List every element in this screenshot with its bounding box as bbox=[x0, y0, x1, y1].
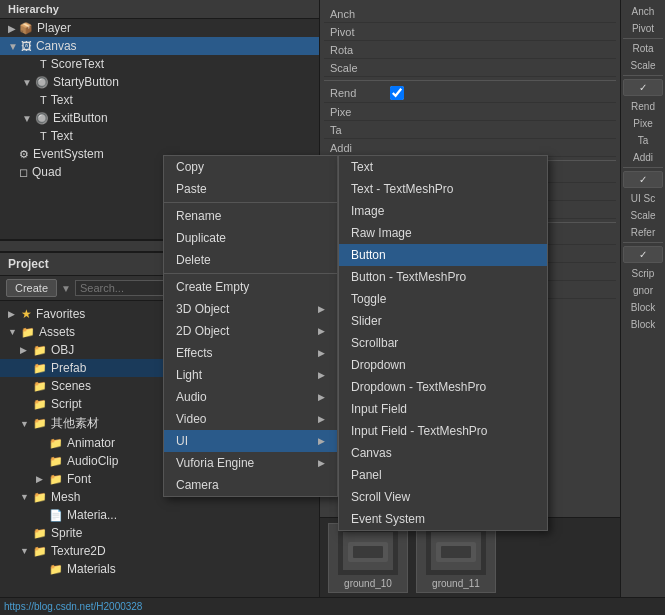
favorites-label: Favorites bbox=[36, 307, 85, 321]
right-gnor-label: gnor bbox=[623, 283, 663, 298]
sub-rawimage[interactable]: Raw Image bbox=[339, 222, 547, 244]
ctx-2d-object[interactable]: 2D Object bbox=[164, 320, 337, 342]
eventsystem-icon: ⚙ bbox=[19, 148, 29, 161]
ground-preview-svg bbox=[343, 532, 393, 570]
hierarchy-item-text1[interactable]: T Text bbox=[0, 91, 319, 109]
arrow-icon: ▶ bbox=[20, 345, 30, 355]
inspector-tag: Ta bbox=[324, 122, 616, 139]
folder-icon: 📁 bbox=[49, 437, 63, 450]
ctx-effects[interactable]: Effects bbox=[164, 342, 337, 364]
svg-rect-5 bbox=[441, 546, 471, 558]
hierarchy-item-text2[interactable]: T Text bbox=[0, 127, 319, 145]
sub-eventsystem[interactable]: Event System bbox=[339, 508, 547, 530]
thumbnail-ground10[interactable]: ground_10 bbox=[328, 523, 408, 593]
right-checkbox3[interactable]: ✓ bbox=[623, 246, 663, 263]
right-block2-label: Block bbox=[623, 317, 663, 332]
hierarchy-item-exitbutton[interactable]: ▼ 🔘 ExitButton bbox=[0, 109, 319, 127]
ctx-3d-object[interactable]: 3D Object bbox=[164, 298, 337, 320]
arrow-icon: ▶ bbox=[36, 474, 46, 484]
tree-item-texture2d[interactable]: ▼ 📁 Texture2D bbox=[0, 542, 319, 560]
sub-canvas[interactable]: Canvas bbox=[339, 442, 547, 464]
ctx-create-empty[interactable]: Create Empty bbox=[164, 276, 337, 298]
sub-tmp[interactable]: Text - TextMeshPro bbox=[339, 178, 547, 200]
sub-slider[interactable]: Slider bbox=[339, 310, 547, 332]
inspector-pivot: Pivot bbox=[324, 24, 616, 41]
ctx-camera[interactable]: Camera bbox=[164, 474, 337, 496]
ctx-ui[interactable]: UI bbox=[164, 430, 337, 452]
ctx-paste[interactable]: Paste bbox=[164, 178, 337, 200]
rotation-label: Rota bbox=[330, 44, 390, 56]
sub-scroll[interactable]: Scroll View bbox=[339, 486, 547, 508]
tree-item-sprite[interactable]: ▶ 📁 Sprite bbox=[0, 524, 319, 542]
sub-image[interactable]: Image bbox=[339, 200, 547, 222]
folder-icon: 📁 bbox=[33, 380, 47, 393]
sub-text[interactable]: Text bbox=[339, 156, 547, 178]
ctx-copy[interactable]: Copy bbox=[164, 156, 337, 178]
right-block1-label: Block bbox=[623, 300, 663, 315]
sub-button[interactable]: Button bbox=[339, 244, 547, 266]
sub-dropdown[interactable]: Dropdown bbox=[339, 354, 547, 376]
hierarchy-item-canvas[interactable]: ▼ 🖼 Canvas bbox=[0, 37, 319, 55]
star-icon: ★ bbox=[21, 307, 32, 321]
gameobject-icon: 📦 bbox=[19, 22, 33, 35]
right-pixe-label: Pixe bbox=[623, 116, 663, 131]
sub-scrollbar[interactable]: Scrollbar bbox=[339, 332, 547, 354]
thumbnail-ground11[interactable]: ground_11 bbox=[416, 523, 496, 593]
arrow-icon: ▼ bbox=[20, 546, 30, 556]
inspector-rotation: Rota bbox=[324, 42, 616, 59]
right-checkbox2[interactable]: ✓ bbox=[623, 171, 663, 188]
right-rota-label: Rota bbox=[623, 41, 663, 56]
ctx-separator2 bbox=[164, 273, 337, 274]
sub-toggle[interactable]: Toggle bbox=[339, 288, 547, 310]
search-input[interactable] bbox=[75, 280, 175, 296]
ctx-delete[interactable]: Delete bbox=[164, 249, 337, 271]
assets-label: Assets bbox=[39, 325, 75, 339]
ctx-vuforia[interactable]: Vuforia Engine bbox=[164, 452, 337, 474]
ctx-video[interactable]: Video bbox=[164, 408, 337, 430]
arrow-icon: ▼ bbox=[8, 327, 18, 337]
sub-input-tmp[interactable]: Input Field - TextMeshPro bbox=[339, 420, 547, 442]
arrow-icon: ▼ bbox=[22, 113, 32, 124]
ctx-separator1 bbox=[164, 202, 337, 203]
hierarchy-header: Hierarchy bbox=[0, 0, 319, 19]
right-checkbox1[interactable]: ✓ bbox=[623, 79, 663, 96]
hierarchy-item-startybutton[interactable]: ▼ 🔘 StartyButton bbox=[0, 73, 319, 91]
button-icon: 🔘 bbox=[35, 76, 49, 89]
text-icon: T bbox=[40, 94, 47, 106]
right-scale2-label: Scale bbox=[623, 208, 663, 223]
tree-item-materials[interactable]: ▶ 📁 Materials bbox=[0, 560, 319, 578]
thumb-label: ground_11 bbox=[432, 578, 480, 589]
arrow-icon: ▼ bbox=[22, 77, 32, 88]
sub-panel[interactable]: Panel bbox=[339, 464, 547, 486]
tree-item-materia[interactable]: ▶ 📄 Materia... bbox=[0, 506, 319, 524]
file-icon: 📄 bbox=[49, 509, 63, 522]
thumb-image bbox=[426, 527, 486, 575]
ctx-audio[interactable]: Audio bbox=[164, 386, 337, 408]
create-button[interactable]: Create bbox=[6, 279, 57, 297]
inspector-pixel: Pixe bbox=[324, 104, 616, 121]
text-icon: T bbox=[40, 130, 47, 142]
sub-dd-tmp[interactable]: Dropdown - TextMeshPro bbox=[339, 376, 547, 398]
thumb-label: ground_10 bbox=[344, 578, 392, 589]
arrow-icon: ▼ bbox=[20, 419, 30, 429]
right-uisc-label: UI Sc bbox=[623, 191, 663, 206]
context-menu: Copy Paste Rename Duplicate Delete Creat… bbox=[163, 155, 338, 497]
pivot-label: Pivot bbox=[330, 26, 390, 38]
folder-icon: 📁 bbox=[49, 563, 63, 576]
sub-btn-tmp[interactable]: Button - TextMeshPro bbox=[339, 266, 547, 288]
render-checkbox[interactable] bbox=[390, 86, 404, 100]
ctx-duplicate[interactable]: Duplicate bbox=[164, 227, 337, 249]
right-scale-label: Scale bbox=[623, 58, 663, 73]
url-text: https://blog.csdn.net/H2000328 bbox=[4, 601, 142, 612]
quad-icon: ◻ bbox=[19, 166, 28, 179]
ctx-rename[interactable]: Rename bbox=[164, 205, 337, 227]
ground-preview-svg bbox=[431, 532, 481, 570]
inspector-scale: Scale bbox=[324, 60, 616, 77]
hierarchy-item-player[interactable]: ▶ 📦 Player bbox=[0, 19, 319, 37]
thumb-image bbox=[338, 527, 398, 575]
hierarchy-item-scoretext[interactable]: T ScoreText bbox=[0, 55, 319, 73]
sub-input[interactable]: Input Field bbox=[339, 398, 547, 420]
ctx-light[interactable]: Light bbox=[164, 364, 337, 386]
right-refer-label: Refer bbox=[623, 225, 663, 240]
folder-icon: 📁 bbox=[33, 491, 47, 504]
